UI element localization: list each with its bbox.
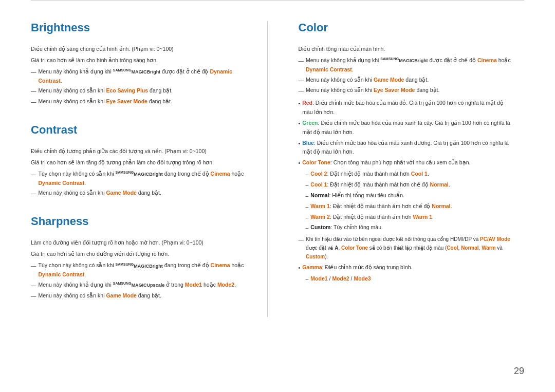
dash-icon: –	[306, 170, 309, 179]
cinema-link: Cinema	[211, 171, 230, 177]
color-tone-label: Color Tone	[302, 159, 330, 165]
right-column: Color Điều chỉnh tông màu của màn hình. …	[288, 21, 525, 317]
bullet-dot-icon: •	[299, 264, 301, 273]
warm1-item: – Warm 1: Đặt nhiệt độ màu thành ấm hơn …	[299, 202, 514, 212]
magic-bright-brand4: SAMSUNGMAGICBright	[380, 58, 428, 63]
sharpness-p2: Giá trị cao hơn sẽ làm cho đường viền đố…	[31, 250, 247, 259]
warm-ref: Warm	[482, 245, 495, 251]
color-title: Color	[299, 21, 514, 36]
cool2-label: Cool 2	[310, 171, 327, 177]
bullet-dot-icon: •	[299, 139, 301, 148]
dash-icon: —	[31, 189, 36, 198]
cool1-ref: Cool 1	[411, 171, 428, 177]
cinema-link2: Cinema	[211, 262, 230, 268]
magic-bright-brand2: SAMSUNGMAGICBright	[116, 172, 163, 177]
contrast-p1: Điều chỉnh độ tương phản giữa các đối tư…	[31, 147, 247, 156]
cool-ref: Cool	[447, 245, 458, 251]
game-mode-link3: Game Mode	[374, 77, 404, 83]
dash-icon: —	[31, 262, 36, 271]
warm1-ref: Warm 1	[413, 214, 433, 220]
contrast-section: Contrast Điều chỉnh độ tương phản giữa c…	[31, 123, 247, 198]
page-container: Brightness Điều chỉnh độ sáng chung của …	[0, 1, 555, 348]
gamma-label: Gamma	[302, 264, 322, 270]
dynamic-contrast-link2: Dynamic Contrast	[39, 180, 85, 186]
sharpness-menu2-text: Menu này không khả dụng khi SAMSUNGMAGIC…	[39, 281, 236, 290]
color-menu1-text: Menu này không khả dụng khi SAMSUNGMAGIC…	[306, 56, 514, 74]
normal-ref3: Normal	[461, 245, 478, 251]
brightness-menu3-text: Menu này không có sẵn khi Eye Saver Mode…	[39, 97, 172, 106]
contrast-menu2: — Menu này không có sẵn khi Game Mode đa…	[31, 189, 247, 198]
warm1-text: Warm 1: Đặt nhiệt độ màu thành ấm hơn ch…	[310, 202, 452, 211]
sharpness-section: Sharpness Làm cho đường viền đối tượng r…	[31, 215, 247, 301]
color-body: Điều chỉnh tông màu của màn hình. — Menu…	[299, 45, 514, 284]
brightness-p2: Giá trị cao hơn sẽ làm cho hình ảnh trôn…	[31, 56, 247, 65]
color-tone-text: Color Tone: Chọn tông màu phù hợp nhất v…	[302, 158, 470, 167]
bullet-dot-icon: •	[299, 119, 301, 128]
dash-icon: —	[299, 57, 304, 66]
dash-icon: –	[306, 181, 309, 190]
cool2-text: Cool 2: Đặt nhiệt độ màu thành mát hơn C…	[310, 170, 429, 179]
color-menu1: — Menu này không khả dụng khi SAMSUNGMAG…	[299, 56, 514, 74]
brightness-body: Điều chỉnh độ sáng chung của hình ảnh. (…	[31, 45, 247, 107]
warm1-label: Warm 1	[310, 203, 330, 209]
normal-ref1: Normal	[430, 181, 449, 188]
game-mode-link: Game Mode	[106, 190, 137, 196]
cool1-item: – Cool 1: Đặt nhiệt độ màu thành mát hơn…	[299, 180, 514, 190]
mode1-label: Mode1	[310, 275, 327, 282]
color-tone-note-text: Khi tín hiệu đầu vào từ bên ngoài được k…	[306, 235, 514, 261]
gamma-modes-text: Mode1 / Mode2 / Mode3	[310, 274, 371, 284]
dash-icon: —	[31, 98, 36, 107]
custom-item: – Custom: Tùy chỉnh tông màu.	[299, 223, 514, 233]
left-column: Brightness Điều chỉnh độ sáng chung của …	[31, 21, 268, 317]
dash-icon: —	[31, 292, 36, 301]
warm2-label: Warm 2	[310, 214, 330, 220]
mode3-label: Mode3	[354, 275, 371, 282]
cool1-label: Cool 1	[310, 181, 327, 188]
bullet-dot-icon: •	[299, 99, 301, 108]
sharpness-body: Làm cho đường viền đối tượng rõ hơn hoặc…	[31, 238, 247, 301]
color-tone-ref: Color Tone	[341, 245, 368, 251]
blue-bullet: • Blue: Điều chỉnh mức bão hòa của màu x…	[299, 139, 514, 157]
color-tone-note: — Khi tín hiệu đầu vào từ bên ngoài được…	[299, 235, 514, 261]
color-menu2: — Menu này không có sẵn khi Game Mode đa…	[299, 76, 514, 85]
dash-icon: —	[31, 281, 36, 290]
dash-icon: —	[299, 235, 304, 245]
contrast-title: Contrast	[31, 123, 247, 139]
brightness-menu1-text: Menu này không khả dụng khi SAMSUNGMAGIC…	[39, 67, 247, 86]
sharpness-title: Sharpness	[31, 215, 247, 230]
eco-saving-link: Eco Saving Plus	[106, 87, 148, 94]
page-number: 29	[514, 366, 524, 377]
blue-text: Blue: Điều chỉnh mức bão hòa của màu xan…	[302, 139, 514, 157]
color-intro: Điều chỉnh tông màu của màn hình.	[299, 45, 514, 54]
normal-ref2: Normal	[432, 203, 450, 209]
color-menu3-text: Menu này không có sẵn khi Eye Saver Mode…	[306, 86, 439, 95]
red-label: Red	[302, 100, 312, 106]
dash-icon: —	[31, 68, 36, 77]
dash-icon: –	[306, 275, 309, 284]
dash-icon: –	[306, 202, 309, 212]
dash-icon: –	[306, 213, 309, 222]
brightness-menu3: — Menu này không có sẵn khi Eye Saver Mo…	[31, 97, 247, 107]
contrast-menu1-text: Tùy chọn này không có sẵn khi SAMSUNGMAG…	[39, 170, 247, 188]
eye-saver-link2: Eye Saver Mode	[374, 87, 415, 93]
gamma-modes-item: – Mode1 / Mode2 / Mode3	[299, 274, 514, 284]
sharpness-menu1-text: Tùy chọn này không có sẵn khi SAMSUNGMAG…	[39, 261, 247, 279]
contrast-p2: Giá trị cao hơn sẽ làm tăng độ tương phả…	[31, 158, 247, 167]
dash-icon: —	[299, 86, 304, 96]
dash-icon: —	[31, 87, 36, 96]
sharpness-p1: Làm cho đường viền đối tượng rõ hơn hoặc…	[31, 238, 247, 248]
custom-ref: Custom	[306, 254, 325, 259]
mode1-link: Mode1	[185, 282, 202, 288]
sharpness-menu1: — Tùy chọn này không có sẵn khi SAMSUNGM…	[31, 261, 247, 279]
dash-icon: –	[306, 192, 309, 201]
normal-label: Normal	[310, 192, 329, 198]
dynamic-contrast-link3: Dynamic Contrast	[39, 271, 85, 277]
normal-text: Normal: Hiển thị tổng màu tiêu chuẩn.	[310, 191, 404, 200]
sharpness-menu3-text: Menu này không có sẵn khi Game Mode đang…	[39, 291, 161, 301]
custom-label: Custom	[310, 224, 330, 230]
brightness-section: Brightness Điều chỉnh độ sáng chung của …	[31, 21, 247, 107]
pc-av-mode-ref: PC/AV Mode	[480, 236, 510, 242]
custom-text: Custom: Tùy chỉnh tông màu.	[310, 223, 383, 232]
cinema-link3: Cinema	[477, 57, 497, 63]
dynamic-contrast-link4: Dynamic Contrast	[306, 66, 352, 72]
